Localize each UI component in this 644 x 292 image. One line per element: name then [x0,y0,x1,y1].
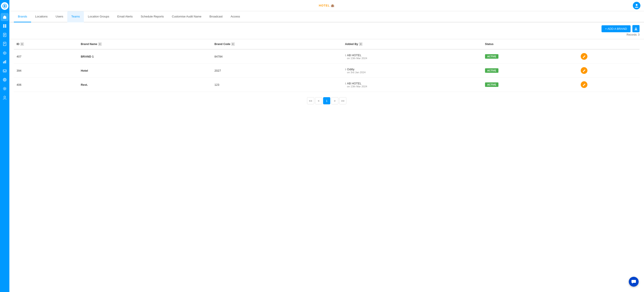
svg-rect-18 [5,60,6,63]
status-badge-2: ACTIVE [485,82,498,87]
tab-broadcast[interactable]: Broadcast [206,11,227,22]
cell-added-by-0: ℹ AB HOTEL on 13th Mar 2024 [342,49,482,64]
added-by-name-0: AB HOTEL [347,54,367,57]
added-by-date-2: on 13th Mar 2024 [347,85,367,88]
svg-rect-4 [3,24,4,26]
svg-rect-5 [5,24,6,26]
col-header-added-by: Added By ▾ [342,39,482,49]
sidebar-item-broadcast[interactable] [1,49,9,57]
page-1-button[interactable]: 1 [323,97,330,104]
tab-location-groups[interactable]: Location Groups [84,11,113,22]
added-by-date-0: on 13th Mar 2024 [347,57,367,60]
info-icon-2: ℹ [345,82,346,85]
topbar: HOTEL 🏨 [10,0,644,11]
tab-email-alerts[interactable]: Email Alerts [113,11,137,22]
svg-point-25 [636,4,638,6]
col-header-brand-name: Brand Name ▾ [78,39,212,49]
cell-actions-0 [578,49,640,64]
table-row: 407 BRAND 1 84784 ℹ AB HOTEL on 13th Mar… [14,49,640,64]
col-header-status: Status [482,39,578,49]
svg-rect-2 [3,17,6,19]
cell-id-0: 407 [14,49,78,64]
svg-point-1 [4,5,6,7]
info-icon-1: ℹ [345,68,346,71]
edit-button-0[interactable] [581,53,588,60]
sidebar-item-user-profile[interactable] [1,94,9,102]
page-prev-button[interactable]: < [315,97,322,104]
svg-rect-17 [4,61,5,63]
edit-button-2[interactable] [581,81,588,88]
sort-icon-id: ▾ [20,42,24,46]
cell-brand-code-1: 2027 [212,64,342,78]
sidebar-item-document2[interactable] [1,40,9,48]
cell-added-by-2: ℹ AB HOTEL on 13th Mar 2024 [342,78,482,92]
sidebar-item-settings[interactable] [1,85,9,93]
page-first-button[interactable]: << [307,97,314,104]
cell-actions-1 [578,64,640,78]
sidebar-item-inbox[interactable] [1,67,9,75]
col-header-id: ID ▾ [14,39,78,49]
add-brand-button[interactable]: + ADD A BRAND [602,25,630,32]
added-by-name-2: AB HOTEL [347,82,367,85]
sort-icon-added-by: ▾ [359,42,362,46]
added-by-date-1: on 3rd Jan 2024 [347,71,366,74]
header-buttons: + ADD A BRAND [602,25,640,32]
sidebar-item-target[interactable] [1,76,9,84]
cell-brand-name-1: Hotel [78,64,212,78]
tab-customise-audit-name[interactable]: Customise Audit Name [168,11,206,22]
tab-locations[interactable]: Locations [31,11,52,22]
edit-button-1[interactable] [581,67,588,74]
app-logo: HOTEL 🏨 [319,4,334,7]
user-avatar[interactable] [633,2,640,10]
svg-marker-3 [3,16,6,17]
svg-point-15 [4,53,5,54]
cell-id-1: 394 [14,64,78,78]
sort-brand-name[interactable]: Brand Name ▾ [81,42,102,46]
cell-added-by-1: ℹ Oditly on 3rd Jan 2024 [342,64,482,78]
sidebar-item-home[interactable] [1,13,9,21]
svg-point-23 [4,88,5,89]
col-header-brand-code: Brand Code ▾ [212,39,342,49]
sort-id[interactable]: ID ▾ [16,42,24,46]
status-badge-1: ACTIVE [485,68,498,73]
cell-id-2: 406 [14,78,78,92]
cell-brand-code-0: 84784 [212,49,342,64]
tab-schedule-reports[interactable]: Schedule Reports [137,11,168,22]
brands-table: ID ▾ Brand Name ▾ Brand Code ▾ [14,39,640,92]
cell-actions-2 [578,78,640,92]
sidebar-item-chart[interactable] [1,58,9,66]
cell-brand-name-2: Rest. [78,78,212,92]
added-by-name-1: Oditly [347,68,366,71]
page-next-button[interactable]: > [331,97,338,104]
tab-access[interactable]: Access [226,11,244,22]
content-area: ID ▾ Brand Name ▾ Brand Code ▾ [10,39,644,292]
cell-status-0: ACTIVE [482,49,578,64]
sort-brand-code[interactable]: Brand Code ▾ [214,42,235,46]
header-right: + ADD A BRAND Records: 3 [602,25,640,36]
svg-point-22 [4,79,5,80]
cell-status-1: ACTIVE [482,64,578,78]
info-icon-0: ℹ [345,54,346,57]
sidebar-item-grid[interactable] [1,22,9,30]
tab-teams[interactable]: Teams [67,11,84,22]
download-button[interactable] [632,25,640,32]
table-row: 394 Hotel 2027 ℹ Oditly on 3rd Jan 2024 … [14,64,640,78]
main-content: HOTEL 🏨 Brands Locations Users Teams Loc… [10,0,644,292]
content-header: + ADD A BRAND Records: 3 [10,22,644,39]
status-badge-0: ACTIVE [485,54,498,59]
table-header-row: ID ▾ Brand Name ▾ Brand Code ▾ [14,39,640,49]
sidebar-logo[interactable] [1,2,8,10]
col-header-actions [578,39,640,49]
sidebar-item-document[interactable] [1,31,9,39]
tab-users[interactable]: Users [52,11,67,22]
table-row: 406 Rest. 123 ℹ AB HOTEL on 13th Mar 202… [14,78,640,92]
svg-rect-16 [3,62,4,63]
svg-rect-7 [5,26,6,28]
svg-point-24 [4,96,6,98]
sidebar [0,0,10,292]
sort-added-by[interactable]: Added By ▾ [345,42,362,46]
tab-brands[interactable]: Brands [14,11,31,22]
page-last-button[interactable]: >> [339,97,346,104]
chat-button[interactable] [629,277,639,287]
nav-tabs: Brands Locations Users Teams Location Gr… [10,11,644,22]
